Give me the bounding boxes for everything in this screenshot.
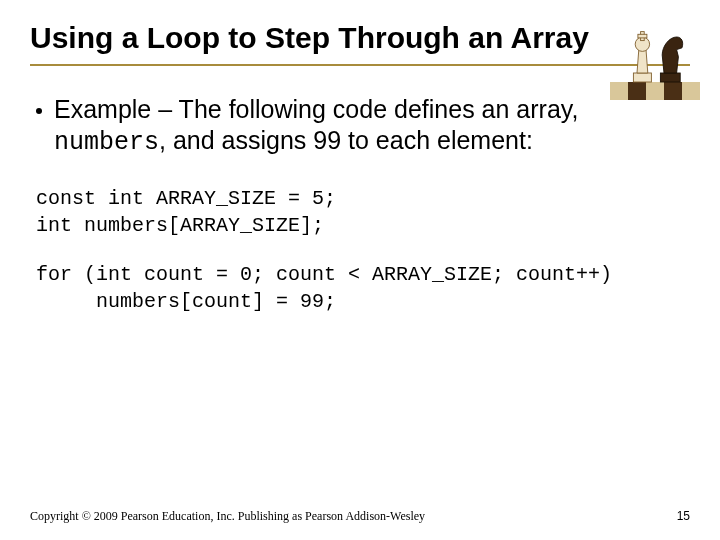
svg-rect-3: [682, 82, 700, 100]
svg-rect-7: [638, 34, 647, 38]
footer: Copyright © 2009 Pearson Education, Inc.…: [30, 509, 690, 524]
title-underline: [30, 64, 690, 66]
slide-title: Using a Loop to Step Through an Array: [30, 20, 690, 56]
svg-rect-8: [660, 73, 680, 82]
bullet-item: Example – The following code defines an …: [30, 94, 690, 159]
svg-rect-2: [646, 82, 664, 100]
code-block-1: const int ARRAY_SIZE = 5; int numbers[AR…: [36, 185, 690, 239]
chess-icon: [610, 10, 700, 100]
code-block-2: for (int count = 0; count < ARRAY_SIZE; …: [36, 261, 690, 315]
bullet-prefix: Example – The following code defines an …: [54, 95, 578, 123]
svg-rect-1: [610, 82, 628, 100]
bullet-suffix: , and assigns 99 to each element:: [159, 126, 533, 154]
slide: Using a Loop to Step Through an Array: [0, 0, 720, 540]
title-area: Using a Loop to Step Through an Array: [30, 20, 690, 66]
bullet-dot-icon: [36, 108, 42, 114]
bullet-mono: numbers: [54, 128, 159, 157]
bullet-text: Example – The following code defines an …: [54, 94, 684, 159]
copyright-text: Copyright © 2009 Pearson Education, Inc.…: [30, 509, 425, 524]
page-number: 15: [677, 509, 690, 523]
svg-rect-4: [633, 73, 651, 82]
